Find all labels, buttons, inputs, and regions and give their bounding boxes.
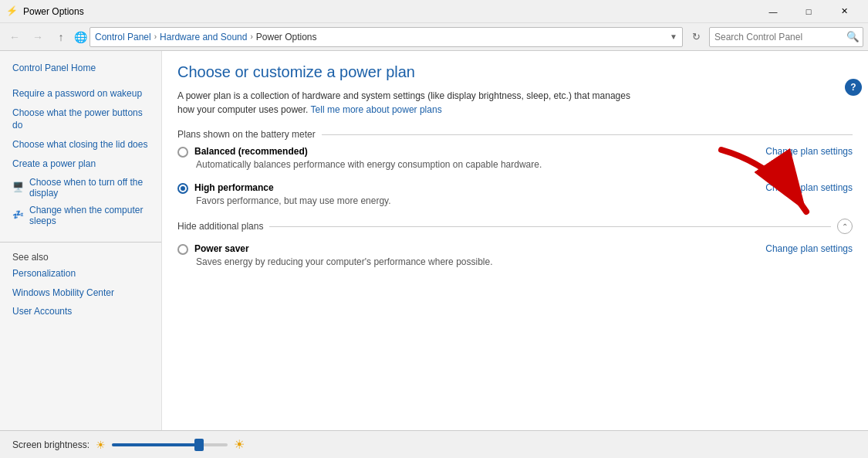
power-saver-settings-link[interactable]: Change plan settings [765,243,853,254]
search-input[interactable] [710,32,843,42]
breadcrumb-control-panel[interactable]: Control Panel [95,32,151,42]
app-icon: ⚡ [6,5,19,18]
breadcrumb-current: Power Options [256,32,317,42]
bottom-bar: Screen brightness: ☀ ☀ [0,430,868,458]
breadcrumb-dropdown-arrow[interactable]: ▼ [670,32,677,41]
power-saver-plan-left: Power saver [177,243,249,255]
brightness-track [112,443,228,446]
sidebar-user-accounts[interactable]: User Accounts [0,302,161,321]
titlebar: ⚡ Power Options — □ ✕ [0,0,868,23]
sidebar-turn-off-display[interactable]: Choose when to turn off the display [29,177,149,198]
hide-plans-label: Hide additional plans [177,221,263,232]
addressbar: ← → ↑ 🌐 Control Panel › Hardware and Sou… [0,23,868,51]
page-description: A power plan is a collection of hardware… [177,89,640,117]
power-saver-plan-name: Power saver [194,243,249,254]
high-performance-plan: High performance Change plan settings Fa… [177,182,853,206]
back-button[interactable]: ← [5,27,25,47]
sidebar-power-buttons[interactable]: Choose what the power buttons do [0,103,161,136]
power-saver-radio[interactable] [177,244,188,255]
high-performance-plan-row: High performance Change plan settings [177,182,853,194]
content-area: ? Choose or customize a power plan A pow… [162,51,868,458]
high-performance-plan-name: High performance [194,182,274,193]
see-also-label: See also [0,249,161,264]
power-saver-plan-row: Power saver Change plan settings [177,243,853,255]
balanced-settings-link[interactable]: Change plan settings [765,146,853,157]
window-controls: — □ ✕ [755,0,862,23]
brightness-slider[interactable] [112,443,228,446]
close-button[interactable]: ✕ [826,0,862,23]
forward-button[interactable]: → [28,27,48,47]
location-icon: 🌐 [74,31,86,43]
hide-chevron-button[interactable]: ⌃ [837,219,853,234]
search-box[interactable]: 🔍 [709,27,863,47]
sidebar-closing-lid[interactable]: Choose what closing the lid does [0,135,161,154]
sidebar-turn-off-display-item[interactable]: 🖥️ Choose when to turn off the display [0,174,161,202]
balanced-plan-row: Balanced (recommended) Change plan setti… [177,146,853,158]
sidebar-computer-sleeps-item[interactable]: 💤 Change when the computer sleeps [0,202,161,229]
breadcrumb-sep-2: › [250,32,252,41]
sun-bright-icon: ☀ [234,437,245,452]
sidebar-create-plan[interactable]: Create a power plan [0,154,161,174]
help-button[interactable]: ? [845,79,862,96]
breadcrumb-hardware[interactable]: Hardware and Sound [160,32,247,42]
sidebar-control-panel-home[interactable]: Control Panel Home [0,59,161,78]
sidebar-personalization[interactable]: Personalization [0,264,161,283]
sleep-icon: 💤 [12,209,25,222]
sun-dim-icon: ☀ [96,439,106,451]
maximize-button[interactable]: □ [791,0,826,23]
high-performance-settings-link[interactable]: Change plan settings [765,182,853,193]
high-performance-plan-left: High performance [177,182,274,194]
tell-more-link[interactable]: Tell me more about power plans [311,104,442,115]
search-button[interactable]: 🔍 [843,27,863,47]
high-performance-plan-desc: Favors performance, but may use more ene… [196,195,853,206]
high-performance-radio[interactable] [177,183,188,194]
balanced-radio[interactable] [177,147,188,158]
hide-plans-header: Hide additional plans ⌃ [177,219,853,234]
refresh-button[interactable]: ↻ [686,27,706,47]
sidebar-require-password[interactable]: Require a password on wakeup [0,84,161,103]
plans-divider [322,134,853,135]
monitor-icon: 🖥️ [12,182,25,194]
brightness-label: Screen brightness: [12,439,90,450]
main-container: Control Panel Home Require a password on… [0,51,868,458]
balanced-plan-desc: Automatically balances performance with … [196,159,853,170]
window-title: Power Options [23,6,755,17]
sidebar-computer-sleeps[interactable]: Change when the computer sleeps [29,205,149,226]
brightness-fill [112,443,199,446]
balanced-plan: Balanced (recommended) Change plan setti… [177,146,853,170]
see-also-section: See also Personalization Windows Mobilit… [0,242,161,321]
breadcrumb-sep-1: › [154,32,157,41]
page-title: Choose or customize a power plan [177,63,853,81]
brightness-thumb[interactable] [194,439,204,451]
power-saver-plan: Power saver Change plan settings Saves e… [177,243,853,267]
up-button[interactable]: ↑ [51,27,71,47]
breadcrumb[interactable]: Control Panel › Hardware and Sound › Pow… [90,27,683,47]
power-saver-plan-desc: Saves energy by reducing your computer's… [196,256,853,267]
sidebar: Control Panel Home Require a password on… [0,51,162,458]
minimize-button[interactable]: — [755,0,791,23]
balanced-plan-left: Balanced (recommended) [177,146,308,158]
plans-section-header: Plans shown on the battery meter [177,129,853,140]
balanced-plan-name: Balanced (recommended) [194,146,308,157]
sidebar-windows-mobility[interactable]: Windows Mobility Center [0,283,161,303]
plans-label: Plans shown on the battery meter [177,129,316,140]
hide-plans-divider [269,226,831,227]
